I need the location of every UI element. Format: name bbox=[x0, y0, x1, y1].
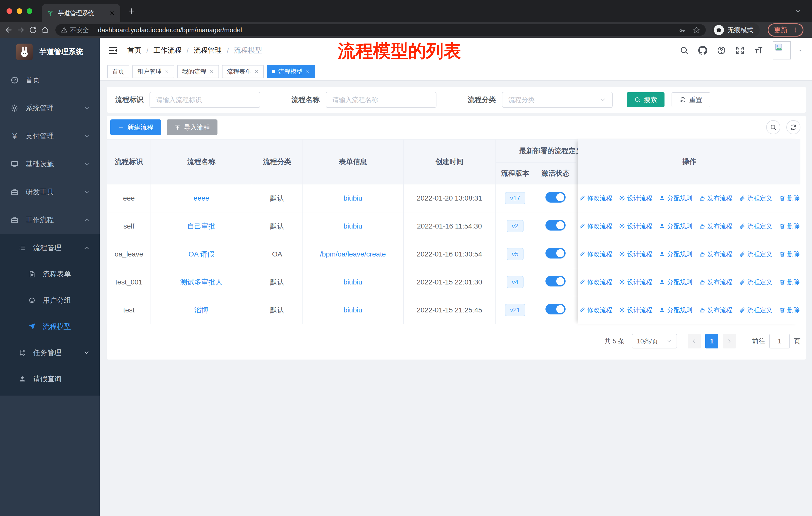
process-definition-link[interactable]: 流程定义 bbox=[739, 250, 773, 258]
process-name-link[interactable]: 测试多审批人 bbox=[180, 278, 223, 286]
process-definition-link[interactable]: 流程定义 bbox=[739, 278, 773, 286]
publish-process-link[interactable]: 发布流程 bbox=[699, 278, 732, 286]
address-bar[interactable]: 不安全 dashboard.yudao.iocoder.cn/bpm/manag… bbox=[55, 24, 706, 36]
close-window-button[interactable] bbox=[6, 8, 12, 14]
sidebar-item-infra[interactable]: 基础设施 bbox=[0, 150, 100, 178]
assign-rule-link[interactable]: 分配规则 bbox=[659, 222, 692, 230]
browser-update-button[interactable]: 更新 bbox=[768, 23, 804, 36]
delete-link[interactable]: 删除 bbox=[779, 222, 800, 230]
tag-process-model[interactable]: 流程模型 bbox=[267, 65, 315, 78]
close-tab-icon[interactable] bbox=[109, 10, 115, 16]
font-size-icon[interactable] bbox=[754, 46, 763, 55]
form-info-link[interactable]: biubiu bbox=[344, 194, 362, 202]
form-info-link[interactable]: biubiu bbox=[344, 222, 362, 230]
design-process-link[interactable]: 设计流程 bbox=[619, 250, 652, 258]
minimize-window-button[interactable] bbox=[17, 8, 22, 14]
tab-search-icon[interactable] bbox=[794, 7, 802, 15]
edit-process-link[interactable]: 修改流程 bbox=[579, 278, 612, 286]
sidebar-item-user-group[interactable]: 用户分组 bbox=[0, 287, 100, 314]
bookmark-star-icon[interactable] bbox=[693, 26, 700, 34]
active-toggle[interactable] bbox=[546, 192, 566, 202]
refresh-table-button[interactable] bbox=[786, 120, 801, 134]
import-process-button[interactable]: 导入流程 bbox=[167, 119, 218, 135]
goto-page-input[interactable] bbox=[769, 334, 790, 349]
breadcrumb-process-management[interactable]: 流程管理 bbox=[194, 46, 222, 55]
process-definition-link[interactable]: 流程定义 bbox=[739, 306, 773, 314]
sidebar-item-leave-query[interactable]: 请假查询 bbox=[0, 366, 100, 392]
design-process-link[interactable]: 设计流程 bbox=[619, 194, 652, 202]
tag-tenant[interactable]: 租户管理 bbox=[133, 65, 174, 78]
close-tag-icon[interactable] bbox=[165, 69, 169, 74]
forward-icon[interactable] bbox=[17, 26, 25, 34]
publish-process-link[interactable]: 发布流程 bbox=[699, 194, 732, 202]
tag-home[interactable]: 首页 bbox=[107, 65, 129, 78]
sidebar-item-payment[interactable]: ¥ 支付管理 bbox=[0, 122, 100, 150]
avatar-caret-icon[interactable] bbox=[798, 47, 804, 53]
design-process-link[interactable]: 设计流程 bbox=[619, 278, 652, 286]
password-key-icon[interactable] bbox=[678, 26, 686, 34]
url-text[interactable]: dashboard.yudao.iocoder.cn/bpm/manager/m… bbox=[98, 26, 242, 34]
assign-rule-link[interactable]: 分配规则 bbox=[659, 306, 692, 314]
sidebar-item-home[interactable]: 首页 bbox=[0, 66, 100, 94]
active-toggle[interactable] bbox=[546, 220, 566, 230]
tag-my-process[interactable]: 我的流程 bbox=[177, 65, 219, 78]
close-tag-icon[interactable] bbox=[209, 69, 214, 74]
delete-link[interactable]: 删除 bbox=[779, 306, 800, 314]
reset-button[interactable]: 重置 bbox=[671, 92, 710, 107]
collapse-sidebar-icon[interactable] bbox=[108, 46, 118, 55]
design-process-link[interactable]: 设计流程 bbox=[619, 306, 652, 314]
zoom-window-button[interactable] bbox=[27, 8, 32, 14]
edit-process-link[interactable]: 修改流程 bbox=[579, 194, 612, 202]
browser-tab[interactable]: 芋道管理系统 bbox=[42, 4, 120, 22]
delete-link[interactable]: 删除 bbox=[779, 278, 800, 286]
form-info-link[interactable]: biubiu bbox=[344, 278, 362, 286]
breadcrumb-workflow[interactable]: 工作流程 bbox=[153, 46, 182, 55]
sidebar-item-process-form[interactable]: 流程表单 bbox=[0, 261, 100, 287]
assign-rule-link[interactable]: 分配规则 bbox=[659, 250, 692, 258]
security-label[interactable]: 不安全 bbox=[70, 26, 89, 34]
edit-process-link[interactable]: 修改流程 bbox=[579, 222, 612, 230]
sidebar-item-process-management[interactable]: 流程管理 bbox=[0, 235, 100, 261]
process-id-input[interactable] bbox=[149, 92, 260, 108]
edit-process-link[interactable]: 修改流程 bbox=[579, 250, 612, 258]
process-definition-link[interactable]: 流程定义 bbox=[739, 222, 773, 230]
show-search-button[interactable] bbox=[766, 120, 780, 134]
tag-process-form[interactable]: 流程表单 bbox=[222, 65, 264, 78]
assign-rule-link[interactable]: 分配规则 bbox=[659, 278, 692, 286]
page-number-current[interactable]: 1 bbox=[705, 334, 718, 349]
back-icon[interactable] bbox=[4, 26, 13, 34]
process-name-link[interactable]: eeee bbox=[194, 194, 209, 202]
form-info-link[interactable]: /bpm/oa/leave/create bbox=[320, 250, 386, 258]
active-toggle[interactable] bbox=[546, 304, 566, 315]
prev-page-button[interactable] bbox=[688, 334, 701, 349]
publish-process-link[interactable]: 发布流程 bbox=[699, 250, 732, 258]
github-icon[interactable] bbox=[698, 46, 707, 55]
edit-process-link[interactable]: 修改流程 bbox=[579, 306, 612, 314]
assign-rule-link[interactable]: 分配规则 bbox=[659, 194, 692, 202]
sidebar-item-devtools[interactable]: 研发工具 bbox=[0, 178, 100, 206]
browser-menu-icon[interactable] bbox=[792, 27, 799, 33]
process-name-link[interactable]: 滔博 bbox=[194, 306, 208, 314]
sidebar-item-task-management[interactable]: 任务管理 bbox=[0, 340, 100, 366]
publish-process-link[interactable]: 发布流程 bbox=[699, 306, 732, 314]
process-name-input[interactable] bbox=[326, 92, 436, 108]
next-page-button[interactable] bbox=[723, 334, 736, 349]
page-size-select[interactable]: 10条/页 bbox=[632, 334, 677, 349]
sidebar-item-process-model[interactable]: 流程模型 bbox=[0, 314, 100, 340]
sidebar-item-workflow[interactable]: 工作流程 bbox=[0, 206, 100, 234]
close-tag-icon[interactable] bbox=[306, 69, 310, 74]
search-icon[interactable] bbox=[679, 46, 689, 55]
design-process-link[interactable]: 设计流程 bbox=[619, 222, 652, 230]
create-process-button[interactable]: 新建流程 bbox=[110, 119, 161, 135]
sidebar-item-system[interactable]: 系统管理 bbox=[0, 94, 100, 122]
process-name-link[interactable]: OA 请假 bbox=[188, 250, 214, 258]
delete-link[interactable]: 删除 bbox=[779, 194, 800, 202]
reload-icon[interactable] bbox=[29, 26, 37, 34]
new-tab-button[interactable] bbox=[127, 7, 136, 15]
help-icon[interactable] bbox=[717, 46, 726, 55]
fullscreen-icon[interactable] bbox=[735, 46, 745, 55]
form-info-link[interactable]: biubiu bbox=[344, 306, 362, 314]
home-icon[interactable] bbox=[41, 26, 49, 34]
delete-link[interactable]: 删除 bbox=[779, 250, 800, 258]
process-name-link[interactable]: 自己审批 bbox=[187, 222, 215, 230]
